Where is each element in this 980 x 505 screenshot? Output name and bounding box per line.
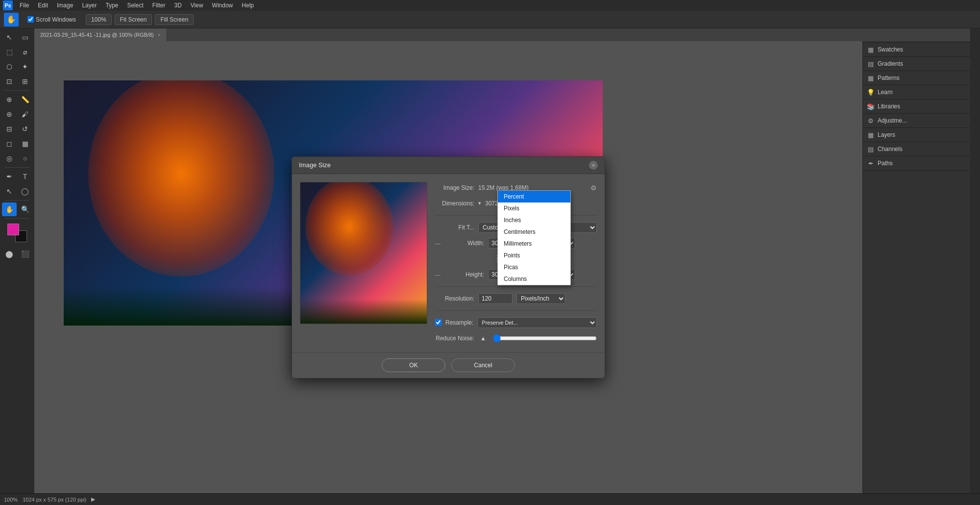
panel-swatches: ▦ Swatches: [863, 43, 970, 57]
panel-channels-header[interactable]: ▤ Channels: [863, 142, 970, 156]
panel-learn-header[interactable]: 💡 Learn: [863, 85, 970, 99]
tab-close-btn[interactable]: ×: [158, 32, 161, 38]
rect-select-tool[interactable]: ⬚: [2, 45, 17, 59]
screen-mode-tool[interactable]: ⬛: [18, 247, 32, 261]
blur-tool[interactable]: ◎: [2, 152, 17, 165]
resample-select[interactable]: Preserve Det... Automatic Preserve Detai…: [477, 317, 597, 328]
reduce-noise-slider[interactable]: [493, 334, 597, 342]
hand-tool[interactable]: ✋: [2, 202, 17, 216]
object-select-tool[interactable]: ⬡: [2, 60, 17, 74]
menu-select[interactable]: Select: [123, 1, 147, 10]
menu-edit[interactable]: Edit: [34, 1, 52, 10]
unit-option-inches[interactable]: Inches: [498, 214, 570, 226]
tool-sep-3: [5, 200, 29, 201]
panel-swatches-header[interactable]: ▦ Swatches: [863, 43, 970, 56]
resolution-input[interactable]: [478, 293, 513, 304]
document-tab[interactable]: 2021-03-29_15-45-41 -11.jpg @ 100% (RGB/…: [34, 28, 167, 41]
menu-type[interactable]: Type: [101, 1, 122, 10]
dialog-title-bar: Image Size ×: [292, 157, 605, 174]
spot-heal-tool[interactable]: ⊛: [2, 107, 17, 121]
fit-to-label: Fit T...: [435, 224, 474, 231]
history-brush-tool[interactable]: ↺: [18, 122, 32, 136]
tool-sep-4: [5, 218, 29, 219]
fill-screen-btn[interactable]: Fill Screen: [155, 14, 194, 25]
zoom-level-btn[interactable]: 100%: [86, 14, 112, 25]
unit-option-centimeters[interactable]: Centimeters: [498, 226, 570, 238]
fit-screen-btn[interactable]: Fit Screen: [115, 14, 152, 25]
pen-tool[interactable]: ✒: [2, 170, 17, 183]
unit-option-points[interactable]: Points: [498, 250, 570, 261]
panel-gradients: ▤ Gradients: [863, 57, 970, 71]
resolution-label: Resolution:: [435, 295, 474, 302]
unit-option-columns[interactable]: Columns: [498, 273, 570, 285]
panel-adjustments: ⚙ Adjustme...: [863, 114, 970, 128]
right-strip: [970, 28, 980, 493]
path-select-tool[interactable]: ↖: [2, 184, 17, 198]
status-bar: 100% 1024 px x 575 px (120 ppi) ▶: [0, 493, 980, 505]
panel-gradients-header[interactable]: ▤ Gradients: [863, 57, 970, 71]
menu-view[interactable]: View: [187, 1, 207, 10]
menu-window[interactable]: Window: [208, 1, 237, 10]
lasso-tool[interactable]: ⌀: [18, 45, 32, 59]
paths-icon: ✒: [867, 159, 875, 167]
gradients-icon: ▤: [867, 60, 875, 68]
gradient-tool[interactable]: ▦: [18, 137, 32, 151]
menu-file[interactable]: File: [16, 1, 33, 10]
menu-image[interactable]: Image: [53, 1, 77, 10]
panel-libraries-header[interactable]: 📚 Libraries: [863, 100, 970, 113]
adjustments-label: Adjustme...: [878, 117, 966, 124]
dodge-tool[interactable]: ○: [18, 152, 32, 165]
dimensions-arrow-icon: ▾: [478, 200, 481, 206]
channels-label: Channels: [878, 146, 966, 152]
menu-help[interactable]: Help: [238, 1, 258, 10]
unit-option-millimeters[interactable]: Millimeters: [498, 238, 570, 250]
stamp-tool[interactable]: ⊟: [2, 122, 17, 136]
brush-tool[interactable]: 🖌: [18, 107, 32, 121]
panel-learn: 💡 Learn: [863, 85, 970, 100]
unit-option-percent[interactable]: Percent: [498, 191, 570, 202]
height-label: Height:: [445, 271, 484, 278]
panel-patterns-header[interactable]: ▦ Patterns: [863, 71, 970, 85]
ruler-tool[interactable]: 📏: [18, 93, 32, 106]
reduce-noise-row: Reduce Noise: ▲: [435, 332, 597, 344]
unit-option-pixels[interactable]: Pixels: [498, 202, 570, 214]
eraser-tool[interactable]: ◻: [2, 137, 17, 151]
gradients-label: Gradients: [878, 60, 966, 67]
ok-button[interactable]: OK: [382, 358, 445, 372]
panel-adjustments-header[interactable]: ⚙ Adjustme...: [863, 114, 970, 127]
artboard-tool[interactable]: ▭: [18, 30, 32, 44]
modal-overlay: Image Size × Image Size: 15.2M (was 1.68…: [34, 41, 862, 493]
menu-layer[interactable]: Layer: [78, 1, 100, 10]
hand-tool-btn[interactable]: ✋: [4, 13, 19, 26]
menu-filter[interactable]: Filter: [148, 1, 170, 10]
magic-wand-tool[interactable]: ✦: [18, 60, 32, 74]
text-tool[interactable]: T: [18, 170, 32, 183]
dialog-close-button[interactable]: ×: [589, 161, 598, 170]
resample-checkbox[interactable]: [435, 319, 441, 326]
resolution-row: Resolution: Pixels/Inch Pixels/Cm: [435, 293, 597, 304]
move-tool[interactable]: ↖: [2, 30, 17, 44]
toolbox: ↖ ▭ ⬚ ⌀ ⬡ ✦ ⊡ ⊞ ⊕ 📏 ⊛ 🖌 ⊟ ↺ ◻ ▦ ◎ ○ ✒ T …: [0, 28, 34, 493]
scroll-windows-checkbox[interactable]: [27, 16, 34, 23]
settings-gear-icon[interactable]: ⚙: [590, 184, 597, 192]
zoom-tool[interactable]: 🔍: [18, 202, 32, 216]
tab-title: 2021-03-29_15-45-41 -11.jpg @ 100% (RGB/…: [40, 32, 154, 38]
layers-icon: ▦: [867, 131, 875, 139]
slice-tool[interactable]: ⊞: [18, 75, 32, 88]
eyedropper-tool[interactable]: ⊕: [2, 93, 17, 106]
menu-3d[interactable]: 3D: [170, 1, 185, 10]
cancel-button[interactable]: Cancel: [451, 358, 515, 372]
quick-mask-tool[interactable]: ⬤: [2, 247, 17, 261]
divider-2: [435, 286, 597, 287]
panel-paths-header[interactable]: ✒ Paths: [863, 156, 970, 170]
tab-bar: 2021-03-29_15-45-41 -11.jpg @ 100% (RGB/…: [34, 28, 970, 41]
resolution-unit-select[interactable]: Pixels/Inch Pixels/Cm: [516, 293, 565, 304]
learn-label: Learn: [878, 89, 966, 96]
unit-option-picas[interactable]: Picas: [498, 261, 570, 273]
panel-layers-header[interactable]: ▦ Layers: [863, 128, 970, 142]
crop-tool[interactable]: ⊡: [2, 75, 17, 88]
resample-label: Resample:: [445, 319, 473, 326]
shape-tool[interactable]: ◯: [18, 184, 32, 198]
foreground-color[interactable]: [7, 224, 19, 235]
swatches-label: Swatches: [878, 46, 966, 53]
